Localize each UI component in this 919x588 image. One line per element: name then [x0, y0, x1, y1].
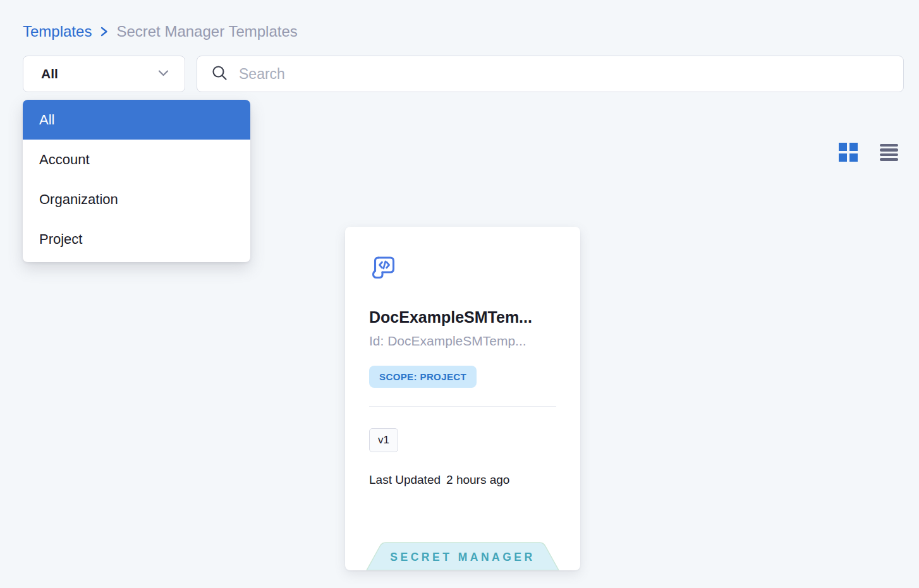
menu-item-all[interactable]: All — [23, 100, 250, 140]
scope-filter-value: All — [41, 66, 58, 81]
last-updated-value: 2 hours ago — [446, 473, 509, 487]
grid-view-button[interactable] — [839, 143, 858, 162]
search-icon — [211, 64, 228, 84]
view-toggles — [839, 143, 898, 162]
card-divider — [369, 406, 556, 407]
chevron-down-icon — [157, 68, 169, 80]
menu-item-account[interactable]: Account — [23, 140, 250, 179]
menu-item-organization[interactable]: Organization — [23, 179, 250, 219]
list-icon — [880, 144, 898, 161]
last-updated-row: Last Updated 2 hours ago — [369, 473, 556, 487]
template-title: DocExampleSMTem... — [369, 308, 556, 327]
template-card[interactable]: DocExampleSMTem... Id: DocExampleSMTemp.… — [345, 227, 580, 570]
chevron-right-icon — [99, 26, 109, 37]
template-id: Id: DocExampleSMTemp... — [369, 333, 556, 349]
breadcrumb-current: Secret Manager Templates — [116, 23, 297, 40]
templates-page: { "breadcrumb": { "templates": "Template… — [0, 0, 919, 588]
menu-item-project[interactable]: Project — [23, 219, 250, 259]
scope-badge: SCOPE: PROJECT — [369, 366, 477, 388]
template-type-ribbon: SECRET MANAGER — [366, 541, 559, 570]
breadcrumb: Templates Secret Manager Templates — [23, 23, 298, 40]
breadcrumb-templates-link[interactable]: Templates — [23, 23, 92, 40]
last-updated-label: Last Updated — [369, 473, 441, 487]
ribbon-label: SECRET MANAGER — [390, 551, 535, 563]
template-icon — [369, 273, 398, 284]
search-bar — [197, 56, 904, 92]
version-chip: v1 — [369, 428, 398, 452]
list-view-button[interactable] — [879, 143, 898, 162]
scope-filter-dropdown[interactable]: All — [23, 56, 185, 92]
search-input[interactable] — [239, 66, 889, 83]
grid-icon — [839, 143, 858, 162]
scope-filter-menu: All Account Organization Project — [23, 100, 250, 262]
